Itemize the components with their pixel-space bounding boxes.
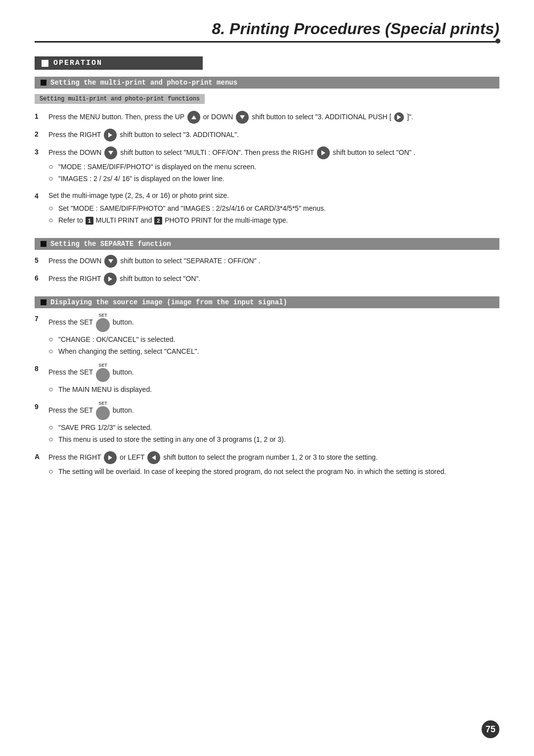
section2-header: Setting the SEPARATE function: [35, 238, 499, 250]
svg-marker-3: [108, 133, 112, 138]
step-7-subitem-2: ○ When changing the setting, select "CAN…: [48, 346, 499, 357]
svg-marker-1: [240, 115, 245, 119]
page-number: 75: [482, 720, 499, 738]
step-1: 1 Press the MENU button. Then, press the…: [35, 111, 499, 124]
step-4-subitems: ○ Set "MODE : SAME/DIFF/PHOTO" and "IMAG…: [48, 203, 499, 226]
step-3: 3 Press the DOWN shift button to select …: [35, 146, 499, 186]
svg-marker-7: [108, 277, 112, 282]
ref-2: 2: [154, 217, 162, 225]
set-button-8: SET: [96, 363, 110, 382]
right-arrow-button-2: [104, 129, 117, 142]
svg-marker-2: [397, 115, 401, 120]
step-8-subitems: ○ The MAIN MENU is displayed.: [48, 384, 499, 395]
svg-marker-8: [108, 455, 112, 460]
set-button-7: SET: [96, 313, 110, 332]
step-3-subitem-1: ○ "MODE : SAME/DIFF/PHOTO" is displayed …: [48, 162, 499, 172]
step-A-subitems: ○ The setting will be overlaid. In case …: [48, 467, 499, 477]
svg-marker-0: [191, 115, 196, 119]
svg-marker-9: [152, 455, 156, 460]
step-8: 8 Press the SET SET button. ○ The MAIN M…: [35, 363, 499, 396]
subsection1-header: Setting multi-print and photo-print func…: [35, 94, 205, 104]
svg-marker-5: [321, 150, 325, 155]
step-9-subitem-1: ○ "SAVE PRG 1/2/3" is selected.: [48, 423, 499, 433]
step-7-subitem-1: ○ "CHANGE : OK/CANCEL" is selected.: [48, 334, 499, 345]
section3-square: [41, 299, 46, 305]
operation-square-icon: [42, 60, 48, 67]
section2-square: [41, 241, 46, 247]
step-8-subitem-1: ○ The MAIN MENU is displayed.: [48, 384, 499, 395]
step-4-subitem-2: ○ Refer to 1 MULTI PRINT and 2 PHOTO PRI…: [48, 215, 499, 226]
step-4-subitem-1: ○ Set "MODE : SAME/DIFF/PHOTO" and "IMAG…: [48, 203, 499, 214]
section-separate: Setting the SEPARATE function 5 Press th…: [35, 238, 499, 285]
up-arrow-button: [187, 111, 200, 124]
step-5: 5 Press the DOWN shift button to select …: [35, 255, 499, 268]
step-6: 6 Press the RIGHT shift button to select…: [35, 273, 499, 285]
ref-1: 1: [86, 217, 93, 225]
section1-header: Setting the multi-print and photo-print …: [35, 77, 499, 89]
section1-square: [41, 80, 46, 86]
operation-header: OPERATION: [35, 56, 203, 70]
down-arrow-button-3: [104, 146, 117, 159]
step-9: 9 Press the SET SET button. ○ "SAVE PRG …: [35, 401, 499, 446]
set-button-9: SET: [96, 401, 110, 420]
svg-marker-4: [108, 151, 113, 155]
step-A-subitem-1: ○ The setting will be overlaid. In case …: [48, 467, 499, 477]
right-arrow-button-6: [104, 273, 117, 285]
step-7: 7 Press the SET SET button. ○ "CHANGE : …: [35, 313, 499, 358]
right-arrow-small-button: [394, 112, 404, 122]
section-display-source: Displaying the source image (image from …: [35, 296, 499, 478]
down-arrow-button: [236, 111, 249, 124]
step-9-subitems: ○ "SAVE PRG 1/2/3" is selected. ○ This m…: [48, 423, 499, 445]
step-A: A Press the RIGHT or LEFT shift button t…: [35, 451, 499, 478]
section3-header: Displaying the source image (image from …: [35, 296, 499, 308]
down-arrow-button-5: [104, 255, 117, 268]
page-title: 8. Printing Procedures (Special prints): [35, 20, 499, 43]
step-2: 2 Press the RIGHT shift button to select…: [35, 129, 499, 142]
step-9-subitem-2: ○ This menu is used to store the setting…: [48, 434, 499, 445]
svg-marker-6: [108, 259, 113, 263]
right-arrow-button-A: [104, 451, 117, 464]
step-4: 4 Set the multi-image type (2, 2s, 4 or …: [35, 190, 499, 227]
right-arrow-button-3: [317, 146, 330, 159]
left-arrow-button-A: [147, 451, 160, 464]
title-bullet: [495, 39, 500, 44]
section-multi-print: Setting the multi-print and photo-print …: [35, 77, 499, 227]
step-3-subitems: ○ "MODE : SAME/DIFF/PHOTO" is displayed …: [48, 162, 499, 184]
step-7-subitems: ○ "CHANGE : OK/CANCEL" is selected. ○ Wh…: [48, 334, 499, 357]
step-3-subitem-2: ○ "IMAGES : 2 / 2s/ 4/ 16" is displayed …: [48, 174, 499, 184]
